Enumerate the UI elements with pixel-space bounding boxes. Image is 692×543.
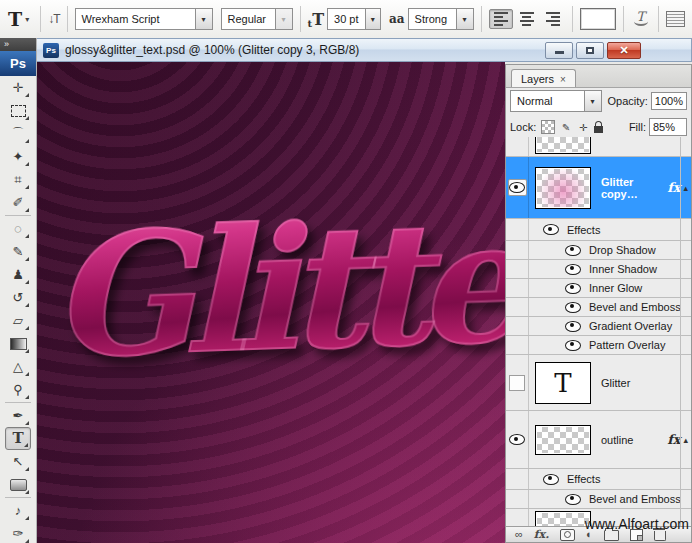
link-layers-button[interactable]: ∞ — [515, 529, 523, 541]
add-layer-style-button[interactable]: fx. — [534, 529, 549, 541]
layer-thumbnail[interactable] — [535, 137, 591, 154]
visibility-gutter[interactable] — [506, 355, 529, 410]
effect-label: Inner Shadow — [589, 263, 657, 275]
text-layer-thumbnail[interactable]: T — [535, 362, 591, 404]
history-brush-tool[interactable]: ↺ — [5, 286, 31, 309]
align-left-button[interactable] — [489, 9, 513, 29]
chevron-down-icon[interactable]: ▾ — [456, 9, 473, 29]
brush-tool[interactable]: ✎ — [5, 240, 31, 263]
visibility-gutter — [506, 469, 529, 489]
add-layer-mask-button[interactable] — [560, 529, 575, 541]
eye-icon[interactable] — [509, 434, 525, 445]
layer-row-glitter-text[interactable]: T Glitter — [506, 355, 691, 411]
path-selection-tool[interactable]: ↖ — [5, 450, 31, 473]
effects-header-row[interactable]: Effects — [506, 469, 691, 490]
marquee-tool[interactable] — [5, 99, 31, 122]
lock-all-button[interactable] — [594, 126, 603, 133]
fill-input[interactable]: 85% — [649, 118, 687, 136]
blend-mode-select[interactable]: Normal ▾ — [510, 90, 602, 112]
lock-position-button[interactable]: ✛ — [577, 121, 589, 133]
dodge-tool[interactable]: ⚲ — [5, 378, 31, 401]
move-tool[interactable]: ✛ — [5, 76, 31, 99]
text-orientation-button[interactable]: ↓T — [48, 12, 59, 26]
anti-alias-select[interactable]: Strong ▾ — [408, 8, 474, 30]
tab-layers[interactable]: Layers × — [511, 69, 576, 87]
audio-annotation-tool[interactable]: ♪ — [5, 499, 31, 522]
layer-thumbnail[interactable] — [535, 511, 591, 527]
tab-close-icon[interactable]: × — [560, 74, 566, 85]
visibility-gutter[interactable] — [506, 137, 529, 156]
fx-badge[interactable]: fx — [667, 432, 680, 447]
eye-icon[interactable] — [565, 283, 581, 294]
effect-row-gradient-overlay[interactable]: Gradient Overlay — [506, 317, 691, 336]
gradient-tool[interactable] — [5, 332, 31, 355]
eye-icon[interactable] — [565, 340, 581, 351]
document-titlebar[interactable]: Ps glossy&glitter_text.psd @ 100% (Glitt… — [36, 38, 692, 62]
opacity-input[interactable]: 100% — [651, 92, 687, 110]
delete-layer-button[interactable] — [654, 531, 666, 541]
healing-brush-tool[interactable]: ◌ — [5, 217, 31, 240]
slice-tool[interactable]: ✐ — [5, 191, 31, 214]
font-family-select[interactable]: Wrexham Script ▾ — [75, 8, 213, 30]
visibility-gutter[interactable] — [506, 411, 529, 468]
document-canvas[interactable]: Glitte — [36, 62, 505, 543]
maximize-button[interactable] — [576, 42, 604, 59]
type-tool[interactable]: T — [5, 427, 31, 450]
effect-row-inner-shadow[interactable]: Inner Shadow — [506, 260, 691, 279]
eye-icon[interactable] — [565, 264, 581, 275]
visibility-gutter — [506, 241, 529, 259]
lock-pixels-button[interactable]: ✎ — [560, 121, 572, 133]
font-size-select[interactable]: 30 pt ▾ — [327, 8, 381, 30]
clone-stamp-tool[interactable]: ♟ — [5, 263, 31, 286]
effect-row-pattern-overlay[interactable]: Pattern Overlay — [506, 336, 691, 355]
close-button[interactable]: ✕ — [607, 42, 641, 59]
align-center-button[interactable] — [515, 9, 539, 29]
align-right-button[interactable] — [541, 9, 565, 29]
eraser-tool[interactable]: ▱ — [5, 309, 31, 332]
lasso-tool[interactable]: ⌒ — [5, 122, 31, 145]
visibility-toggle[interactable] — [508, 179, 527, 196]
chevron-down-icon[interactable]: ▾ — [584, 91, 601, 111]
magic-wand-tool[interactable]: ✦ — [5, 145, 31, 168]
eye-icon[interactable] — [565, 321, 581, 332]
layer-row-outline[interactable]: outline fx ▴ — [506, 411, 691, 469]
chevron-down-icon[interactable]: ▾ — [365, 9, 381, 29]
text-color-swatch[interactable] — [580, 8, 616, 30]
chevron-down-icon[interactable]: ▾ — [195, 9, 212, 29]
pen-tool[interactable]: ✒ — [5, 404, 31, 427]
layer-row-partial-top[interactable] — [506, 137, 691, 157]
dock-collapse-arrows[interactable]: » — [0, 38, 36, 51]
eye-icon[interactable] — [565, 494, 581, 505]
blend-mode-value: Normal — [511, 91, 584, 111]
effect-row-bevel-emboss-outline[interactable]: Bevel and Emboss — [506, 490, 691, 509]
layer-row-glitter-copy[interactable]: Glitter copy… fx ▴ — [506, 157, 691, 219]
effects-header-row[interactable]: Effects — [506, 219, 691, 241]
shape-tool[interactable] — [5, 473, 31, 496]
eye-icon[interactable] — [543, 224, 559, 235]
fx-badge[interactable]: fx — [667, 180, 680, 195]
text-align-group — [489, 9, 565, 29]
blur-tool[interactable]: △ — [5, 355, 31, 378]
collapse-effects-icon[interactable]: ▴ — [683, 435, 688, 445]
minimize-button[interactable] — [545, 42, 573, 59]
effect-row-drop-shadow[interactable]: Drop Shadow — [506, 241, 691, 260]
tool-preset-picker[interactable]: T ▾ — [4, 6, 33, 32]
font-style-select[interactable]: Regular ▾ — [221, 8, 293, 30]
lock-transparency-button[interactable] — [541, 120, 555, 134]
layer-thumbnail[interactable] — [535, 167, 591, 209]
eye-icon[interactable] — [565, 302, 581, 313]
eyedropper-tool[interactable]: ✑ — [5, 522, 31, 543]
crop-tool[interactable]: ⌗ — [5, 168, 31, 191]
divider — [5, 402, 31, 403]
eye-icon[interactable] — [565, 245, 581, 256]
layer-thumbnail[interactable] — [535, 425, 591, 455]
toggle-palettes-button[interactable] — [666, 11, 685, 27]
warp-text-button[interactable]: T — [631, 9, 651, 29]
effect-row-inner-glow[interactable]: Inner Glow — [506, 279, 691, 298]
eye-icon[interactable] — [543, 474, 559, 485]
visibility-gutter[interactable] — [506, 509, 529, 527]
visibility-toggle-off[interactable] — [509, 375, 525, 391]
effect-row-bevel-emboss[interactable]: Bevel and Emboss — [506, 298, 691, 317]
visibility-gutter[interactable] — [506, 157, 529, 218]
collapse-effects-icon[interactable]: ▴ — [683, 183, 688, 193]
